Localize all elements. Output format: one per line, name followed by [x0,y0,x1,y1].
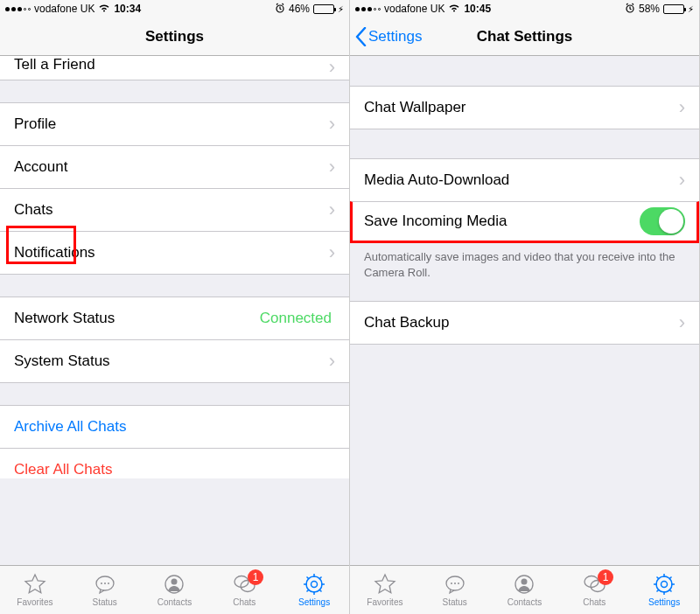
row-label: Archive All Chats [14,418,335,436]
tab-label: Favorites [367,597,402,607]
tab-settings[interactable]: Settings [629,566,699,614]
chevron-left-icon [355,27,367,46]
status-bar: vodafone UK 10:45 58% ⚡︎ [350,0,699,17]
row-label: System Status [14,352,329,370]
back-button[interactable]: Settings [355,27,422,46]
star-icon [23,573,47,596]
signal-dots-icon [355,7,381,11]
save-incoming-note: Automatically save images and video that… [350,242,699,280]
svg-point-21 [451,583,452,584]
svg-line-34 [657,577,660,580]
row-chat-wallpaper[interactable]: Chat Wallpaper › [350,86,699,129]
battery-pct: 58% [639,3,660,15]
gear-icon [302,573,326,596]
tab-favorites[interactable]: Favorites [0,566,70,614]
tab-favorites[interactable]: Favorites [350,566,420,614]
chat-settings-screen: vodafone UK 10:45 58% ⚡︎ Settings Chat S… [350,0,700,614]
svg-point-25 [522,579,528,585]
svg-line-16 [319,590,322,592]
svg-point-4 [108,583,109,584]
tab-chats[interactable]: 1 Chats [559,566,629,614]
tab-label: Contacts [508,597,542,607]
svg-point-29 [662,582,668,588]
svg-point-26 [584,576,598,588]
tab-contacts[interactable]: Contacts [140,566,210,614]
row-archive-all[interactable]: Archive All Chats [0,405,349,449]
tab-label: Status [443,597,467,607]
signal-dots-icon [5,7,31,11]
charging-icon: ⚡︎ [338,4,344,14]
tab-label: Chats [233,597,256,607]
row-label: Chat Backup [364,314,679,331]
alarm-icon [625,3,635,16]
charging-icon: ⚡︎ [688,4,694,14]
row-label: Notifications [14,244,329,262]
network-status-value: Connected [260,310,332,327]
time-label: 10:34 [114,3,141,15]
row-system-status[interactable]: System Status › [0,339,349,383]
save-incoming-toggle[interactable] [640,207,685,235]
svg-point-6 [172,579,178,585]
contacts-icon [162,573,186,596]
svg-point-23 [458,583,459,584]
battery-pct: 46% [289,3,310,15]
row-notifications[interactable]: Notifications › [0,231,349,275]
row-label: Media Auto-Download [364,171,679,189]
row-chat-backup[interactable]: Chat Backup › [350,301,699,345]
settings-list[interactable]: Tell a Friend › Profile › Account › Chat… [0,56,349,565]
svg-line-35 [669,590,672,592]
navbar: Settings [0,17,349,56]
wifi-icon [98,3,110,15]
status-icon [443,573,467,596]
tab-chats[interactable]: 1 Chats [209,566,279,614]
tab-label: Settings [298,597,330,607]
time-label: 10:45 [464,3,491,15]
row-label: Account [14,158,329,176]
row-profile[interactable]: Profile › [0,102,349,146]
chevron-right-icon: › [329,350,335,373]
tab-settings[interactable]: Settings [279,566,349,614]
tab-status[interactable]: Status [420,566,490,614]
status-icon [93,573,117,596]
carrier-label: vodafone UK [384,3,444,15]
tab-status[interactable]: Status [70,566,140,614]
row-chats[interactable]: Chats › [0,188,349,232]
chevron-right-icon: › [329,156,335,178]
row-clear-all[interactable]: Clear All Chats [0,448,349,478]
battery-icon [663,4,684,14]
row-label: Profile [14,115,329,133]
tab-label: Contacts [158,597,192,607]
tab-contacts[interactable]: Contacts [490,566,560,614]
chats-badge: 1 [598,569,613,585]
row-account[interactable]: Account › [0,145,349,189]
chevron-right-icon: › [329,199,335,221]
svg-line-18 [307,590,310,592]
tab-bar: Favorites Status Contacts 1 Chats Settin… [350,565,699,614]
navbar: Settings Chat Settings [350,17,699,56]
chevron-right-icon: › [679,169,685,192]
row-tell-a-friend[interactable]: Tell a Friend › [0,56,349,80]
gear-icon [652,573,676,596]
wifi-icon [448,3,460,15]
row-label: Chat Wallpaper [364,99,679,116]
svg-point-2 [101,583,102,584]
svg-point-7 [234,576,248,588]
svg-line-17 [319,577,322,580]
row-label: Network Status [14,310,260,327]
row-network-status[interactable]: Network Status Connected [0,297,349,340]
svg-point-3 [104,583,106,584]
navbar-title: Chat Settings [477,28,573,45]
tab-bar: Favorites Status Contacts 1 Chats Settin… [0,565,349,614]
tab-label: Favorites [17,597,52,607]
row-label: Tell a Friend [14,56,329,73]
svg-line-15 [307,577,310,580]
svg-line-36 [669,577,672,580]
settings-screen: vodafone UK 10:34 46% ⚡︎ Settings Tell a… [0,0,350,614]
tab-label: Chats [583,597,606,607]
row-save-incoming-media[interactable]: Save Incoming Media [350,201,699,243]
star-icon [373,573,397,596]
chat-settings-list[interactable]: Chat Wallpaper › Media Auto-Download › S… [350,56,699,565]
row-media-auto-download[interactable]: Media Auto-Download › [350,158,699,202]
carrier-label: vodafone UK [34,3,94,15]
chevron-right-icon: › [329,241,335,264]
